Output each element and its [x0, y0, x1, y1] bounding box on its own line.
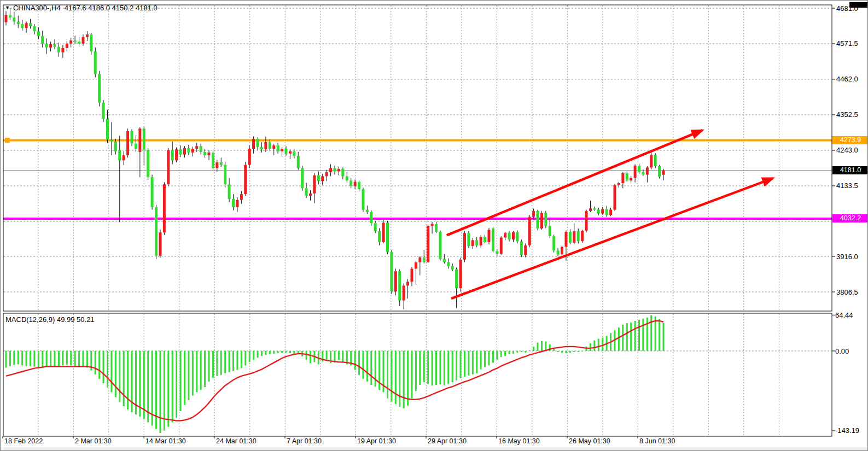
candle-body[interactable]	[601, 209, 604, 213]
candle-body[interactable]	[248, 149, 251, 165]
candle-body[interactable]	[463, 233, 466, 260]
trend-arrow[interactable]	[451, 178, 773, 298]
candle-body[interactable]	[564, 232, 567, 247]
price-tag[interactable]: 4181.0	[832, 166, 868, 174]
candle-body[interactable]	[74, 40, 77, 42]
candle-body[interactable]	[277, 145, 279, 151]
candle-body[interactable]	[431, 224, 434, 226]
candle-body[interactable]	[224, 165, 226, 185]
candle-body[interactable]	[557, 250, 560, 254]
candle-body[interactable]	[49, 44, 52, 48]
candle-body[interactable]	[41, 36, 44, 44]
candle-body[interactable]	[374, 223, 377, 231]
candle-body[interactable]	[504, 233, 506, 238]
candle-body[interactable]	[244, 165, 247, 194]
candle-body[interactable]	[5, 15, 8, 22]
candle-body[interactable]	[123, 155, 125, 160]
candle-body[interactable]	[110, 139, 113, 142]
candle-body[interactable]	[370, 212, 372, 224]
candle-body[interactable]	[447, 262, 450, 266]
candle-body[interactable]	[9, 15, 11, 17]
candle-body[interactable]	[175, 149, 178, 160]
candle-body[interactable]	[378, 231, 381, 242]
candle-body[interactable]	[106, 119, 109, 139]
candle-body[interactable]	[114, 142, 117, 151]
candle-body[interactable]	[621, 173, 624, 183]
dropdown-triangle-icon[interactable]: ▼	[5, 5, 10, 10]
candle-body[interactable]	[220, 162, 223, 165]
candle-body[interactable]	[171, 150, 174, 160]
candle-body[interactable]	[264, 142, 267, 149]
candle-body[interactable]	[500, 238, 503, 254]
candle-body[interactable]	[215, 162, 218, 168]
candle-body[interactable]	[69, 40, 72, 44]
candle-body[interactable]	[439, 232, 441, 259]
candle-body[interactable]	[390, 252, 393, 291]
candle-body[interactable]	[658, 166, 661, 177]
candle-body[interactable]	[520, 242, 523, 255]
candle-body[interactable]	[459, 260, 462, 288]
candle-body[interactable]	[57, 47, 60, 52]
candle-body[interactable]	[362, 189, 364, 209]
candle-body[interactable]	[317, 175, 320, 181]
candle-body[interactable]	[179, 149, 182, 154]
candle-body[interactable]	[455, 270, 458, 288]
candle-body[interactable]	[21, 24, 24, 28]
candle-body[interactable]	[155, 207, 158, 256]
candle-body[interactable]	[167, 150, 170, 184]
candle-body[interactable]	[614, 185, 616, 209]
candle-body[interactable]	[284, 149, 287, 154]
candle-body[interactable]	[131, 131, 133, 144]
candle-body[interactable]	[435, 224, 438, 232]
price-tag[interactable]: 4273.9	[832, 136, 868, 144]
candle-body[interactable]	[398, 271, 401, 300]
candle-body[interactable]	[200, 146, 202, 152]
candle-body[interactable]	[325, 172, 328, 177]
candle-body[interactable]	[321, 176, 324, 181]
candle-body[interactable]	[418, 257, 421, 262]
candle-body[interactable]	[569, 232, 572, 243]
candle-body[interactable]	[272, 145, 275, 149]
candle-body[interactable]	[585, 211, 588, 231]
candle-body[interactable]	[269, 142, 271, 149]
candle-body[interactable]	[54, 44, 56, 47]
candle-body[interactable]	[301, 168, 304, 189]
candle-body[interactable]	[147, 150, 149, 177]
candle-body[interactable]	[662, 171, 665, 175]
candle-body[interactable]	[191, 149, 194, 153]
candle-body[interactable]	[90, 34, 92, 51]
candle-body[interactable]	[581, 231, 584, 241]
price-tag[interactable]: 4032.2	[832, 214, 868, 222]
candle-body[interactable]	[232, 199, 235, 207]
candle-body[interactable]	[138, 128, 141, 152]
candle-body[interactable]	[537, 211, 539, 229]
candle-body[interactable]	[605, 209, 608, 215]
candle-body[interactable]	[508, 233, 511, 239]
candle-body[interactable]	[415, 262, 417, 269]
candle-body[interactable]	[341, 169, 344, 177]
candle-body[interactable]	[293, 151, 295, 156]
candle-body[interactable]	[66, 44, 68, 48]
candle-body[interactable]	[487, 230, 490, 242]
candle-body[interactable]	[638, 166, 640, 172]
candle-body[interactable]	[143, 128, 145, 150]
candle-body[interactable]	[159, 232, 161, 256]
candle-body[interactable]	[61, 48, 64, 52]
candle-body[interactable]	[443, 259, 446, 262]
candle-body[interactable]	[135, 143, 137, 148]
candle-body[interactable]	[630, 178, 632, 180]
candle-body[interactable]	[532, 211, 535, 217]
candle-body[interactable]	[208, 153, 211, 155]
level-line[interactable]	[3, 218, 832, 220]
candle-body[interactable]	[386, 222, 389, 251]
candle-body[interactable]	[195, 146, 198, 149]
candle-body[interactable]	[451, 266, 454, 270]
candle-body[interactable]	[427, 226, 429, 262]
candle-body[interactable]	[118, 150, 121, 160]
candle-body[interactable]	[646, 167, 649, 174]
candle-body[interactable]	[642, 172, 644, 175]
candle-body[interactable]	[394, 271, 397, 291]
candle-body[interactable]	[98, 74, 101, 102]
candle-body[interactable]	[358, 182, 360, 190]
candle-body[interactable]	[406, 282, 409, 285]
